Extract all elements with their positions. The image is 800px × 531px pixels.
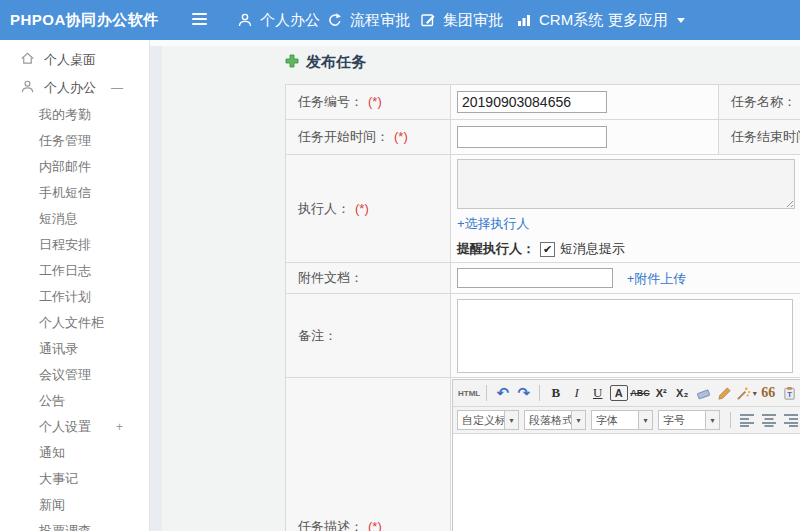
sidebar-item-mobile-sms[interactable]: 手机短信 bbox=[0, 180, 149, 206]
chevron-down-icon: ▾ bbox=[504, 411, 518, 429]
font-family-select[interactable]: 字体 ▾ bbox=[591, 410, 653, 430]
expand-icon[interactable]: + bbox=[116, 414, 123, 440]
chevron-down-icon: ▾ bbox=[753, 389, 757, 398]
bold-button[interactable]: B bbox=[545, 383, 566, 403]
html-source-button[interactable]: HTML bbox=[457, 383, 481, 403]
description-label: 任务描述： bbox=[298, 519, 363, 531]
editor-toolbar-row1: HTML ↶ ↷ B I U A ABC X² X₂ bbox=[453, 380, 800, 407]
task-no-input[interactable] bbox=[457, 91, 607, 113]
font-style-button[interactable]: A bbox=[610, 385, 628, 401]
remark-textarea[interactable] bbox=[457, 299, 793, 373]
attachment-label: 附件文档： bbox=[298, 270, 363, 285]
task-name-label: 任务名称： bbox=[731, 94, 796, 109]
sidebar: 个人桌面 个人办公 — 我的考勤 任务管理 内部邮件 手机短信 短消息 日程安排… bbox=[0, 40, 150, 531]
executor-textarea[interactable] bbox=[457, 159, 795, 209]
sidebar-item-personal-settings[interactable]: 个人设置 + bbox=[0, 414, 149, 440]
collapse-icon[interactable]: — bbox=[111, 74, 123, 102]
sidebar-item-schedule[interactable]: 日程安排 bbox=[0, 232, 149, 258]
eraser-button[interactable] bbox=[693, 383, 714, 403]
paste-as-text-button[interactable]: T bbox=[779, 383, 800, 403]
choose-executor-link[interactable]: +选择执行人 bbox=[457, 216, 530, 231]
menu-toggle-button[interactable] bbox=[192, 13, 207, 27]
required-mark: (*) bbox=[368, 94, 382, 109]
sidebar-item-events[interactable]: 大事记 bbox=[0, 466, 149, 492]
sidebar-item-vote[interactable]: 投票调查 bbox=[0, 518, 149, 531]
attachment-input[interactable] bbox=[457, 268, 613, 288]
sms-option-label: 短消息提示 bbox=[560, 240, 625, 258]
nav-group-approval[interactable]: 集团审批 bbox=[420, 0, 503, 40]
sidebar-item-meeting[interactable]: 会议管理 bbox=[0, 362, 149, 388]
remind-executor-label: 提醒执行人： bbox=[457, 240, 535, 258]
paragraph-format-select[interactable]: 段落格式 ▾ bbox=[524, 410, 586, 430]
align-right-button[interactable] bbox=[783, 413, 799, 427]
table-row: 任务编号：(*) 任务名称：(*) bbox=[286, 85, 800, 120]
app-header: PHPOA协同办公软件 个人办公 流程审批 集团审批 CRM系统 更多应用 bbox=[0, 0, 800, 40]
nav-process-approval[interactable]: 流程审批 bbox=[327, 0, 410, 40]
sidebar-item-notice[interactable]: 通知 bbox=[0, 440, 149, 466]
sidebar-item-work-plan[interactable]: 工作计划 bbox=[0, 284, 149, 310]
task-form-table: 任务编号：(*) 任务名称：(*) 任务开始时间：(*) 任务结束时间：(*) … bbox=[285, 84, 800, 531]
auto-typeset-button[interactable]: ▾ bbox=[735, 383, 758, 403]
sidebar-item-short-message[interactable]: 短消息 bbox=[0, 206, 149, 232]
table-row: 执行人：(*) +选择执行人 提醒执行人： ✔ 短消息提示 bbox=[286, 155, 800, 263]
redo-button[interactable]: ↷ bbox=[513, 383, 534, 403]
app-logo: PHPOA协同办公软件 bbox=[10, 0, 159, 40]
content-top-strip bbox=[150, 40, 800, 46]
required-mark: (*) bbox=[355, 201, 369, 216]
start-time-label: 任务开始时间： bbox=[298, 129, 389, 144]
flow-icon bbox=[327, 12, 343, 28]
chevron-down-icon: ▾ bbox=[638, 411, 652, 429]
undo-button[interactable]: ↶ bbox=[492, 383, 513, 403]
sidebar-item-internal-mail[interactable]: 内部邮件 bbox=[0, 154, 149, 180]
table-row: 任务描述：(*) HTML ↶ ↷ B I U A ABC X² bbox=[286, 378, 800, 531]
underline-button[interactable]: U bbox=[587, 383, 608, 403]
blockquote-button[interactable]: 66 bbox=[758, 383, 779, 403]
nav-more-apps[interactable]: 更多应用 bbox=[608, 0, 685, 40]
strikethrough-button[interactable]: ABC bbox=[629, 383, 651, 403]
toolbar-separator bbox=[539, 385, 540, 401]
check-icon: ✔ bbox=[543, 244, 552, 255]
chevron-down-icon bbox=[677, 18, 685, 23]
nav-crm-system[interactable]: CRM系统 bbox=[516, 0, 603, 40]
required-mark: (*) bbox=[368, 519, 382, 531]
sidebar-item-task-management[interactable]: 任务管理 bbox=[0, 128, 149, 154]
toolbar-separator bbox=[486, 385, 487, 401]
bar-chart-icon bbox=[516, 12, 532, 28]
sidebar-item-file-cabinet[interactable]: 个人文件柜 bbox=[0, 310, 149, 336]
executor-label: 执行人： bbox=[298, 201, 350, 216]
sidebar-item-desktop[interactable]: 个人桌面 bbox=[0, 46, 149, 74]
toolbar-separator bbox=[730, 412, 731, 428]
superscript-button[interactable]: X² bbox=[651, 383, 672, 403]
home-icon bbox=[20, 51, 35, 69]
align-center-button[interactable] bbox=[761, 413, 777, 427]
sidebar-item-contacts[interactable]: 通讯录 bbox=[0, 336, 149, 362]
add-icon bbox=[285, 54, 299, 72]
align-left-button[interactable] bbox=[739, 413, 755, 427]
table-row: 备注： bbox=[286, 294, 800, 378]
chevron-down-icon: ▾ bbox=[571, 411, 585, 429]
sidebar-item-personal-office[interactable]: 个人办公 — bbox=[0, 74, 149, 102]
sidebar-item-work-log[interactable]: 工作日志 bbox=[0, 258, 149, 284]
resize-handle[interactable] bbox=[784, 198, 793, 207]
subscript-button[interactable]: X₂ bbox=[672, 383, 693, 403]
format-brush-button[interactable] bbox=[714, 383, 735, 403]
sidebar-item-attendance[interactable]: 我的考勤 bbox=[0, 102, 149, 128]
sms-remind-checkbox[interactable]: ✔ bbox=[540, 242, 555, 257]
table-row: 附件文档： +附件上传 bbox=[286, 263, 800, 294]
sidebar-item-news[interactable]: 新闻 bbox=[0, 492, 149, 518]
editor-content-area[interactable] bbox=[453, 434, 800, 531]
page-title: 发布任务 bbox=[285, 53, 366, 72]
table-row: 任务开始时间：(*) 任务结束时间：(*) bbox=[286, 120, 800, 155]
font-size-select[interactable]: 字号 ▾ bbox=[658, 410, 720, 430]
main-content: 发布任务 任务编号：(*) 任务名称：(*) 任务开始时间：(*) 任务结束时间… bbox=[162, 40, 800, 531]
italic-button[interactable]: I bbox=[566, 383, 587, 403]
remark-label: 备注： bbox=[298, 328, 337, 343]
chevron-down-icon: ▾ bbox=[705, 411, 719, 429]
start-time-input[interactable] bbox=[457, 126, 607, 148]
nav-personal-office[interactable]: 个人办公 bbox=[237, 0, 320, 40]
user-icon bbox=[20, 79, 35, 97]
rich-text-editor: HTML ↶ ↷ B I U A ABC X² X₂ bbox=[452, 379, 800, 531]
attachment-upload-link[interactable]: +附件上传 bbox=[627, 271, 687, 286]
sidebar-item-announcement[interactable]: 公告 bbox=[0, 388, 149, 414]
heading-select[interactable]: 自定义标题 ▾ bbox=[457, 410, 519, 430]
